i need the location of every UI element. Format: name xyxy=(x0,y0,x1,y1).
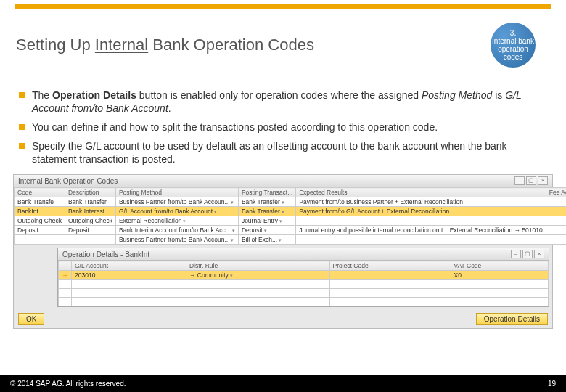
step-label: Internal bank operation codes xyxy=(491,37,536,61)
table-row[interactable]: Outgoing CheckOutgoing CheckExternal Rec… xyxy=(15,216,567,226)
table-row[interactable]: BankIntBank InterestG/L Account from/to … xyxy=(15,207,567,216)
opcodes-table[interactable]: CodeDescriptionPosting MethodPosting Tra… xyxy=(14,187,566,245)
maximize-icon[interactable]: ▢ xyxy=(526,176,536,185)
link-arrow-icon[interactable]: → xyxy=(62,271,68,279)
bullet-marker xyxy=(19,124,25,130)
step-number: 3. xyxy=(510,29,516,37)
table-header-row: CodeDescriptionPosting MethodPosting Tra… xyxy=(15,188,567,197)
project-code-cell[interactable] xyxy=(329,271,451,280)
column-header[interactable]: Posting Transact... xyxy=(238,188,295,197)
table-row[interactable]: → 203010 → Community X0 xyxy=(59,271,549,280)
page-number: 19 xyxy=(548,380,556,388)
slide-title: Setting Up Internal Bank Operation Codes xyxy=(16,36,491,54)
table-row[interactable]: Bank TransfeBank TransferBusiness Partne… xyxy=(15,197,567,207)
bullet-item: You can define if and how to split the t… xyxy=(19,121,547,134)
bullet-list: The Operation Details button is enabled … xyxy=(19,89,547,166)
ok-button[interactable]: OK xyxy=(18,313,44,325)
table-row[interactable] xyxy=(59,298,549,306)
bullet-item: The Operation Details button is enabled … xyxy=(19,89,547,115)
window-titlebar: Internal Bank Operation Codes – ▢ × xyxy=(14,175,552,187)
accent-bar xyxy=(15,4,551,9)
step-badge: 3. Internal bank operation codes xyxy=(491,23,536,68)
table-row[interactable]: DepositDepositBank Interim Account from/… xyxy=(15,226,567,235)
column-header[interactable]: Expected Results xyxy=(296,188,546,197)
bullet-item: Specify the G/L account to be used by de… xyxy=(19,139,547,166)
close-icon[interactable]: × xyxy=(534,250,544,258)
column-header[interactable]: G/L Account xyxy=(72,261,186,271)
operation-details-window: Operation Details - BankInt – ▢ × G/L Ac… xyxy=(57,248,549,307)
column-header[interactable] xyxy=(59,261,72,271)
distr-rule-cell[interactable]: → Community xyxy=(186,271,329,280)
column-header[interactable]: Distr. Rule xyxy=(186,261,329,271)
operation-details-button[interactable]: Operation Details xyxy=(476,313,548,325)
window-title: Operation Details - BankInt xyxy=(62,250,149,258)
button-row: OK Operation Details xyxy=(14,310,552,328)
vat-code-cell[interactable]: X0 xyxy=(451,271,548,280)
table-header-row: G/L AccountDistr. RuleProject CodeVAT Co… xyxy=(59,261,549,271)
column-header[interactable]: VAT Code xyxy=(451,261,548,271)
bullet-text: You can define if and how to split the t… xyxy=(32,121,438,134)
title-underline: Internal xyxy=(95,36,148,54)
minimize-icon[interactable]: – xyxy=(511,250,521,258)
details-table[interactable]: G/L AccountDistr. RuleProject CodeVAT Co… xyxy=(58,261,549,306)
column-header[interactable]: Fee Account xyxy=(546,188,566,197)
column-header[interactable]: Project Code xyxy=(329,261,451,271)
minimize-icon[interactable]: – xyxy=(514,176,525,185)
window-title: Internal Bank Operation Codes xyxy=(18,177,118,185)
table-row[interactable] xyxy=(59,289,549,298)
gl-account-cell[interactable]: 203010 xyxy=(72,271,186,280)
window-titlebar: Operation Details - BankInt – ▢ × xyxy=(58,248,549,261)
column-header[interactable]: Code xyxy=(15,188,65,197)
title-pre: Setting Up xyxy=(16,36,95,54)
bullet-marker xyxy=(19,143,25,149)
slide-header: Setting Up Internal Bank Operation Codes… xyxy=(16,23,550,78)
maximize-icon[interactable]: ▢ xyxy=(522,250,533,258)
table-row[interactable]: Business Partner from/to Bank Accoun...B… xyxy=(15,235,567,245)
close-icon[interactable]: × xyxy=(538,176,548,185)
title-post: Bank Operation Codes xyxy=(148,36,314,54)
bullet-text: The Operation Details button is enabled … xyxy=(32,89,547,115)
column-header[interactable]: Description xyxy=(65,188,115,197)
main-window: Internal Bank Operation Codes – ▢ × Code… xyxy=(13,174,553,329)
table-row[interactable] xyxy=(59,280,549,289)
bullet-marker xyxy=(19,92,25,98)
slide-footer: © 2014 SAP AG. All rights reserved. 19 xyxy=(0,375,566,392)
bullet-text: Specify the G/L account to be used by de… xyxy=(32,139,547,166)
column-header[interactable]: Posting Method xyxy=(115,188,238,197)
copyright-text: © 2014 SAP AG. All rights reserved. xyxy=(10,380,126,388)
